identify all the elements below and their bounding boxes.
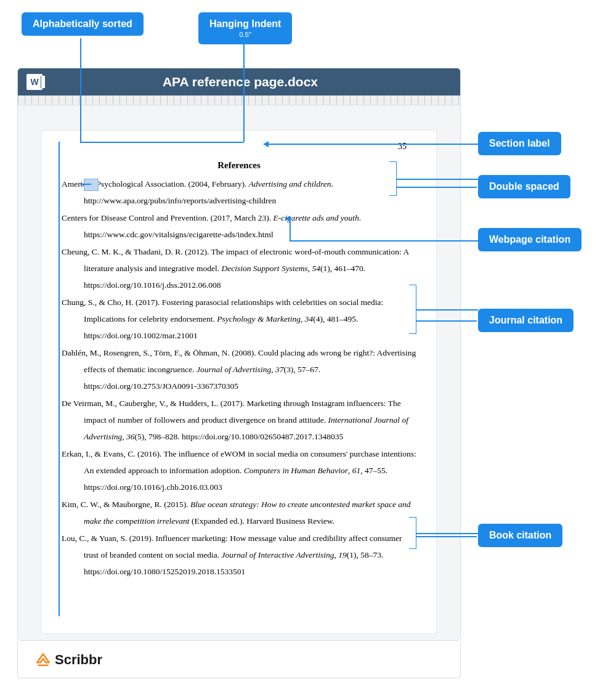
callout-alpha-sorted: Alphabetically sorted (22, 12, 144, 36)
callout-book-citation: Book citation (478, 524, 562, 547)
callout-hanging-indent: Hanging Indent 0.5" (198, 12, 292, 44)
footer: Scribbr (17, 641, 461, 678)
reference-entry: Dahlén, M., Rosengren, S., Törn, F., & Ö… (62, 344, 416, 394)
callout-section-label: Section label (478, 132, 561, 155)
callout-double-spaced: Double spaced (478, 175, 570, 198)
document-window: W APA reference page.docx 35 References … (17, 68, 461, 641)
references-list: American Psychological Association. (200… (62, 176, 416, 580)
document-title: APA reference page.docx (51, 75, 460, 89)
callout-webpage-citation: Webpage citation (478, 228, 582, 251)
reference-entry: Kim, C. W., & Mauborgne, R. (2015). Blue… (62, 496, 416, 529)
callout-journal-citation: Journal citation (478, 309, 573, 332)
reference-entry: Cheung, C. M. K., & Thadani, D. R. (2012… (62, 243, 416, 293)
references-heading: References (62, 160, 416, 171)
ruler (18, 96, 460, 105)
reference-entry: Erkan, I., & Evans, C. (2016). The influ… (62, 445, 416, 495)
hanging-indent-highlight (84, 179, 99, 191)
reference-entry: Lou, C., & Yuan, S. (2019). Influencer m… (62, 530, 416, 580)
scribbr-icon (35, 652, 51, 668)
reference-entry: Chung, S., & Cho, H. (2017). Fostering p… (62, 294, 416, 344)
callout-label: Hanging Indent (209, 18, 281, 29)
brand-name: Scribbr (55, 652, 102, 668)
title-bar: W APA reference page.docx (18, 68, 460, 96)
callout-sub: 0.5" (209, 31, 281, 38)
reference-entry: De Veirman, M., Cauberghe, V., & Hudders… (62, 395, 416, 445)
document-page: 35 References American Psychological Ass… (41, 130, 437, 634)
scribbr-logo: Scribbr (35, 652, 102, 668)
reference-entry: Centers for Disease Control and Preventi… (62, 209, 416, 243)
word-icon: W (26, 74, 43, 90)
reference-entry: American Psychological Association. (200… (62, 176, 416, 209)
